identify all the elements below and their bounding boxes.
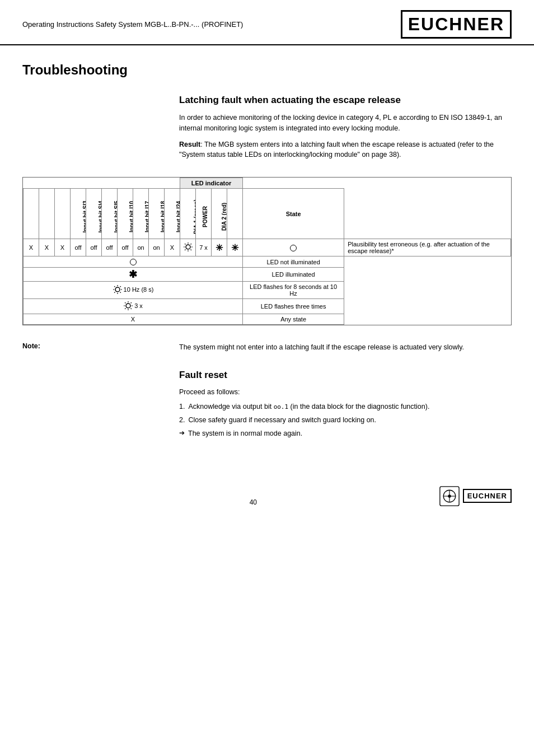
subsection-right: Latching fault when actuating the escape…: [179, 95, 512, 166]
legend-text-5: Any state: [243, 314, 344, 325]
document-title: Operating Instructions Safety System MGB…: [22, 20, 243, 29]
cell-power: 7 x: [196, 239, 212, 256]
legend-text-2: LED illuminated: [243, 268, 344, 282]
fault-steps: 1. Acknowledge via output bit oo.1 (in t…: [179, 401, 512, 439]
svg-line-24: [131, 309, 132, 309]
legend-asterisk-icon: ✱: [129, 269, 137, 280]
note-text: The system might not enter into a latchi…: [179, 342, 512, 353]
svg-line-26: [125, 309, 125, 309]
led-table-wrapper: LED indicator Guard position Position of…: [22, 177, 512, 325]
cell-dia2: ✳: [212, 239, 227, 256]
step-text-2: Close safety guard if necessary and swit…: [188, 414, 376, 426]
svg-line-7: [190, 244, 191, 244]
para1: In order to achieve monitoring of the lo…: [179, 113, 512, 134]
latching-fault-section: Latching fault when actuating the escape…: [22, 95, 512, 166]
subsection-left-spacer: [22, 95, 179, 166]
fault-reset-section: Fault reset Proceed as follows: 1. Ackno…: [22, 370, 512, 441]
svg-line-23: [125, 302, 125, 303]
brand-logo: EUCHNER: [401, 10, 512, 39]
col-i10: Input bit I10: [118, 189, 133, 239]
legend-row-2: ✱ LED illuminated: [24, 268, 511, 282]
fault-step-1: 1. Acknowledge via output bit oo.1 (in t…: [179, 401, 512, 412]
svg-line-25: [131, 302, 132, 303]
svg-line-8: [185, 250, 185, 250]
cell-si5: off: [102, 239, 118, 256]
cell-si4: off: [86, 239, 102, 256]
cell-guard-lock: X: [55, 239, 71, 256]
fault-intro: Proceed as follows:: [179, 386, 512, 398]
legend-flash-3x-icon: 3 x: [123, 301, 143, 311]
footer-logo: EUCHNER: [439, 486, 512, 506]
cell-led-circle: [243, 239, 344, 256]
asterisk-cross-icon: ✳: [216, 243, 223, 253]
col-i17: Input bit I17: [133, 189, 149, 239]
led-table: LED indicator Guard position Position of…: [23, 178, 511, 325]
step-num-2: 2.: [179, 414, 185, 426]
svg-line-5: [185, 244, 185, 244]
legend-row-4: 3 x LED flashes three times: [24, 299, 511, 314]
section-title: Troubleshooting: [22, 62, 512, 78]
fault-right: Fault reset Proceed as follows: 1. Ackno…: [179, 370, 512, 441]
column-headers-row: Guard position Position of the bolt tong…: [24, 189, 511, 239]
legend-circle-icon: [130, 259, 137, 265]
result-label: Result: [179, 141, 200, 148]
cell-bolt: X: [39, 239, 55, 256]
fault-step-2: 2. Close safety guard if necessary and s…: [179, 414, 512, 426]
svg-point-18: [126, 304, 130, 308]
page-footer: 40 EUCHNER: [0, 480, 534, 517]
col-power: POWER: [196, 189, 212, 239]
cell-dia1: [180, 239, 196, 256]
legend-row-5: X Any state: [24, 314, 511, 325]
asterisk-cross2-icon: ✳: [231, 243, 238, 253]
fault-step-arrow: The system is in normal mode again.: [179, 428, 512, 439]
cell-si3: off: [71, 239, 86, 256]
svg-line-14: [114, 286, 115, 287]
col-guard-locking: Guard locking: [55, 189, 71, 239]
cell-state-text: Plausibility test erroneous (e.g. after …: [344, 239, 511, 256]
para2: Result: The MGB system enters into a lat…: [179, 139, 512, 161]
legend-text-4: LED flashes three times: [243, 299, 344, 314]
legend-row-3: 10 Hz (8 s) LED flashes for 8 seconds at…: [24, 282, 511, 299]
cell-guard-pos: X: [24, 239, 39, 256]
table-row: X X X off off off off on on X: [24, 239, 511, 256]
note-section: Note: The system might not enter into a …: [22, 342, 512, 353]
svg-point-31: [448, 494, 451, 497]
svg-point-9: [115, 287, 120, 292]
page-content: Troubleshooting Latching fault when actu…: [0, 45, 534, 469]
page-number: 40: [67, 498, 439, 506]
col-i24: Input bit I24: [165, 189, 180, 239]
subsection-heading: Latching fault when actuating the escape…: [179, 95, 512, 106]
cell-i18: on: [149, 239, 165, 256]
fault-left-spacer: [22, 370, 179, 441]
svg-point-0: [186, 245, 190, 249]
step-text-1: Acknowledge via output bit oo.1 (in the …: [188, 401, 429, 412]
col-state: State: [243, 189, 344, 239]
fault-reset-heading: Fault reset: [179, 370, 512, 381]
cell-i24: X: [165, 239, 180, 256]
flash-symbol: [183, 242, 193, 252]
led-circle-icon: [290, 245, 297, 251]
cell-i17: on: [133, 239, 149, 256]
legend-text-1: LED not illuminated: [243, 256, 344, 268]
svg-line-17: [114, 292, 115, 293]
col-si5: Input bit SI5: [102, 189, 118, 239]
legend-row-1: LED not illuminated: [24, 256, 511, 268]
legend-x-symbol: X: [131, 316, 135, 323]
col-state-led: STATE (yel­low): [227, 189, 243, 239]
footer-brand: EUCHNER: [463, 489, 512, 503]
svg-line-6: [190, 250, 191, 250]
legend-text-3: LED flashes for 8 seconds at 10 Hz: [243, 282, 344, 299]
col-bolt-tongue: Position of the bolt tongue: [39, 189, 55, 239]
result-text: : The MGB system enters into a latching …: [179, 141, 494, 159]
col-dia1: DIA 1 (green): [180, 189, 196, 239]
step-num-1: 1.: [179, 401, 185, 412]
cell-state-led-val: ✳: [227, 239, 243, 256]
note-label: Note:: [22, 342, 179, 353]
page-header: Operating Instructions Safety System MGB…: [0, 0, 534, 45]
svg-line-15: [120, 292, 120, 293]
col-i18: Input bit I18: [149, 189, 165, 239]
col-dia2: DIA 2 (red): [212, 189, 227, 239]
euchner-logo-icon: [439, 486, 460, 506]
led-indicator-header-row: LED indicator: [24, 178, 511, 189]
col-guard-position: Guard position: [24, 189, 39, 239]
